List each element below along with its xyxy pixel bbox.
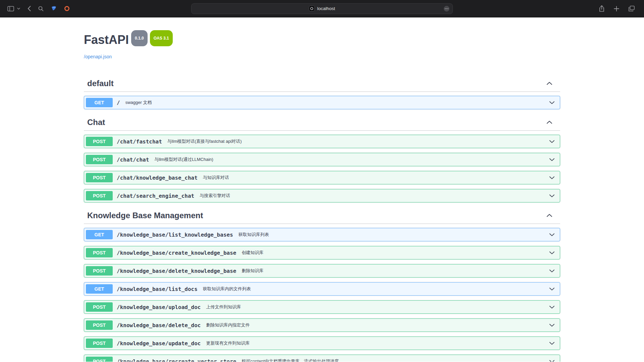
share-icon [599,5,604,12]
expand-operation-button[interactable] [549,101,554,104]
method-badge: POST [86,320,113,330]
back-button[interactable] [27,5,32,12]
content-wrapper: FastAPI0.1.0OAS 3.1 /openapi.json defaul… [84,17,560,362]
share-button[interactable] [598,5,605,12]
toolbar-right-group [598,5,635,12]
search-button[interactable] [38,5,44,12]
collapse-section-button[interactable] [547,82,552,85]
api-info: FastAPI0.1.0OAS 3.1 /openapi.json [84,33,560,60]
operation-path: /knowledge_base/list_knowledge_bases [117,232,233,238]
operation-row[interactable]: POST /chat/knowledge_base_chat 与知识库对话 [84,171,560,184]
chevron-down-icon [549,306,554,309]
operation-row[interactable]: POST /knowledge_base/create_knowledge_ba… [84,246,560,259]
operation-path: /chat/knowledge_base_chat [117,175,198,181]
new-tab-button[interactable] [613,5,620,12]
url-text: localhost [317,6,335,11]
chevron-down-icon [549,140,554,143]
method-badge: GET [86,98,113,107]
expand-operation-button[interactable] [549,140,554,143]
chevron-down-icon [549,251,554,254]
operation-path: /knowledge_base/recreate_vector_store [117,358,236,362]
method-badge: POST [86,357,113,362]
collapse-section-button[interactable] [547,121,552,124]
sidebar-toggle-icon [7,6,14,11]
operation-description: swagger 文档 [125,100,152,106]
operation-path: /knowledge_base/delete_knowledge_base [117,268,236,274]
operation-description: 删除知识库 [241,268,263,274]
method-badge: POST [86,266,113,276]
section-title: Chat [87,117,105,127]
expand-operation-button[interactable] [549,251,554,254]
method-badge: POST [86,173,113,182]
method-badge: POST [86,155,113,164]
pinned-tab-blue-button[interactable] [50,5,57,12]
page-menu-button[interactable] [443,5,450,12]
plus-icon [614,6,619,11]
expand-operation-button[interactable] [549,158,554,161]
section-header[interactable]: Knowledge Base Management [84,207,560,224]
operation-row[interactable]: POST /chat/chat 与llm模型对话(通过LLMChain) [84,153,560,166]
chevron-up-icon [547,121,552,124]
operation-path: /chat/fastchat [117,138,162,145]
sidebar-toggle-button[interactable] [7,5,15,12]
operation-row[interactable]: GET /knowledge_base/list_knowledge_bases… [84,228,560,241]
expand-operation-button[interactable] [549,342,554,345]
chevron-down-icon [549,194,554,197]
operation-row[interactable]: POST /chat/fastchat 与llm模型对话(直接与fastchat… [84,135,560,148]
operation-path: /knowledge_base/create_knowledge_base [117,250,236,256]
expand-operation-button[interactable] [549,360,554,362]
operation-row[interactable]: GET /knowledge_base/list_docs 获取知识库内的文件列… [84,282,560,296]
operation-path: /knowledge_base/update_doc [117,340,201,347]
operations-list: GET /knowledge_base/list_knowledge_bases… [84,228,560,362]
operation-row[interactable]: POST /knowledge_base/delete_doc 删除知识库内指定… [84,318,560,332]
operation-description: 更新现有文件到知识库 [206,340,250,346]
version-badge: 0.1.0 [131,30,148,46]
section-title: Knowledge Base Management [87,210,203,220]
chevron-up-icon [547,214,552,217]
expand-operation-button[interactable] [549,324,554,327]
operation-row[interactable]: POST /knowledge_base/recreate_vector_sto… [84,355,560,362]
operation-row[interactable]: POST /chat/search_engine_chat 与搜索引擎对话 [84,189,560,202]
chevron-up-icon [547,82,552,85]
chevron-down-icon [549,269,554,273]
expand-operation-button[interactable] [549,306,554,309]
operation-path: /knowledge_base/upload_doc [117,304,201,310]
address-bar[interactable]: localhost [191,3,453,14]
section-header[interactable]: Chat [84,114,560,131]
operation-description: 与llm模型对话(直接与fastchat api对话) [167,138,242,144]
expand-operation-button[interactable] [549,288,554,291]
chevron-down-icon [549,342,554,345]
method-badge: POST [86,248,113,257]
section-header[interactable]: default [84,75,560,92]
method-badge: GET [86,284,113,294]
pinned-tab-orange-button[interactable] [63,5,70,12]
sidebar-menu-button[interactable] [16,7,21,10]
expand-operation-button[interactable] [549,269,554,273]
operation-path: /chat/chat [117,157,149,163]
api-title: FastAPI0.1.0OAS 3.1 [84,33,560,51]
operation-row[interactable]: POST /knowledge_base/update_doc 更新现有文件到知… [84,337,560,350]
expand-operation-button[interactable] [549,176,554,179]
operation-row[interactable]: GET / swagger 文档 [84,96,560,109]
operation-description: 根据content中文档重建向量库，流式输出处理进度。 [241,358,343,362]
openapi-spec-link[interactable]: /openapi.json [84,54,112,59]
expand-operation-button[interactable] [549,194,554,197]
api-tag-section: Chat POST /chat/fastchat 与llm模型对话(直接与fas… [84,114,560,202]
toolbar-left-group [7,5,70,12]
chevron-down-icon [549,288,554,291]
method-badge: POST [86,191,113,200]
oas-badge: OAS 3.1 [150,30,173,46]
operations-list: GET / swagger 文档 [84,96,560,109]
pinned-tab-orange-icon [64,6,70,11]
operation-row[interactable]: POST /knowledge_base/delete_knowledge_ba… [84,264,560,278]
chevron-down-icon [549,324,554,327]
method-badge: POST [86,302,113,312]
expand-operation-button[interactable] [549,233,554,236]
api-sections: default GET / swagger 文档 Chat [84,75,560,362]
tab-overview-icon [629,6,635,11]
tab-overview-button[interactable] [628,5,635,12]
api-title-text: FastAPI [84,33,129,47]
operation-row[interactable]: POST /knowledge_base/upload_doc 上传文件到知识库 [84,300,560,314]
collapse-section-button[interactable] [547,214,552,217]
pinned-tab-blue-icon [51,6,57,11]
